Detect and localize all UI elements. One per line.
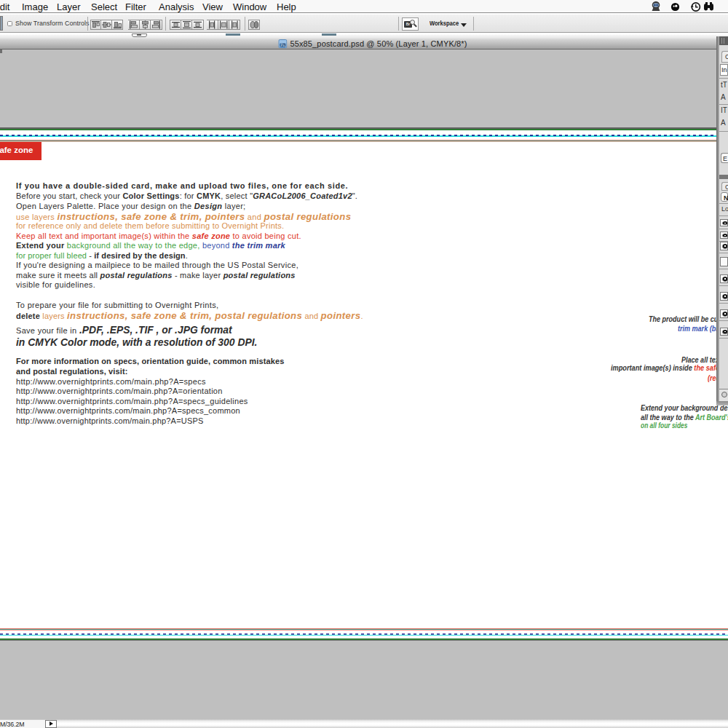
svg-text:Ps: Ps bbox=[281, 44, 285, 47]
